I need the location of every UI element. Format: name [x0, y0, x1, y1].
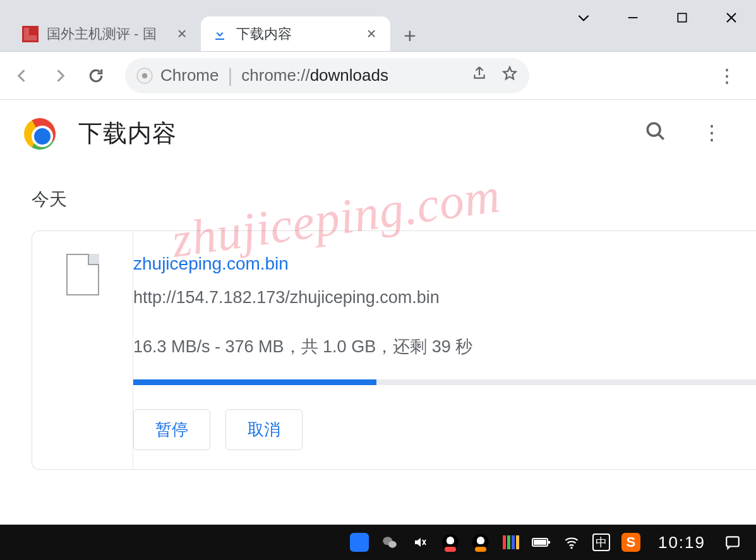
tab-inactive[interactable]: 国外主机测评 - 国 × [11, 16, 201, 51]
download-icon [211, 25, 229, 43]
wifi-icon[interactable] [562, 533, 581, 552]
chrome-logo-icon [24, 118, 56, 150]
tab-title: 下载内容 [236, 25, 356, 44]
cancel-button[interactable]: 取消 [225, 409, 303, 450]
forward-button[interactable] [43, 59, 76, 92]
maximize-button[interactable] [657, 0, 707, 35]
back-button[interactable] [6, 59, 39, 92]
wechat-tray-icon[interactable] [380, 533, 399, 552]
address-bar[interactable]: Chrome | chrome://downloads [125, 58, 529, 93]
ime-indicator[interactable]: 中 [592, 533, 610, 551]
chrome-icon [136, 68, 153, 84]
browser-menu-button[interactable]: ⋮ [711, 64, 743, 86]
window-controls [559, 0, 756, 35]
taskbar-clock[interactable]: 10:19 [658, 533, 705, 552]
date-heading: 今天 [32, 188, 756, 211]
new-tab-button[interactable]: + [394, 20, 426, 51]
svg-point-9 [570, 547, 572, 549]
download-progress-bar [133, 379, 376, 385]
bookmark-star-icon[interactable] [501, 65, 518, 86]
close-window-button[interactable] [707, 0, 756, 35]
qq-tray-icon-2[interactable] [471, 533, 490, 552]
tab-strip: 国外主机测评 - 国 × 下载内容 × + [0, 13, 426, 51]
svg-point-3 [647, 123, 660, 136]
chrome-scheme-chip: Chrome [136, 66, 219, 85]
tab-title: 国外主机测评 - 国 [47, 25, 167, 44]
more-menu-icon[interactable]: ⋮ [702, 121, 722, 147]
downloads-content: 今天 zhujiceping.com.bin http://154.7.182.… [0, 162, 756, 470]
omnibox-scheme-label: Chrome [160, 66, 219, 85]
download-status: 16.3 MB/s - 376 MB，共 1.0 GB，还剩 39 秒 [133, 335, 756, 358]
svg-point-5 [388, 541, 397, 548]
color-tray-icon[interactable] [501, 533, 520, 552]
downloads-header: 下载内容 ⋮ [0, 100, 756, 162]
tray-app-icon[interactable] [350, 533, 369, 552]
page-title: 下载内容 [78, 117, 177, 150]
minimize-button[interactable] [608, 0, 657, 35]
svg-rect-7 [548, 541, 550, 544]
download-item: zhujiceping.com.bin http://154.7.182.173… [32, 230, 756, 470]
close-tab-icon[interactable]: × [364, 24, 379, 44]
omnibox-url-prefix: chrome:// [241, 66, 309, 85]
sogou-ime-icon[interactable]: S [621, 533, 640, 552]
browser-titlebar: 国外主机测评 - 国 × 下载内容 × + [0, 0, 756, 52]
notifications-icon[interactable] [723, 533, 742, 552]
svg-rect-0 [678, 13, 686, 21]
svg-rect-10 [726, 537, 739, 546]
caret-down-icon[interactable] [559, 0, 608, 35]
pause-button[interactable]: 暂停 [133, 409, 210, 450]
volume-mute-icon[interactable] [411, 533, 429, 552]
omnibox-separator: | [227, 65, 232, 86]
browser-toolbar: Chrome | chrome://downloads ⋮ [0, 52, 756, 100]
reload-button[interactable] [80, 59, 112, 92]
favicon-site [21, 25, 39, 43]
svg-rect-8 [534, 540, 546, 545]
share-icon[interactable] [471, 65, 488, 86]
download-file-icon-area [32, 231, 133, 469]
battery-icon[interactable] [532, 533, 551, 552]
svg-point-2 [142, 73, 148, 78]
windows-taskbar: 中 S 10:19 [0, 525, 756, 560]
download-filename[interactable]: zhujiceping.com.bin [133, 254, 756, 274]
qq-tray-icon[interactable] [441, 533, 460, 552]
tab-active[interactable]: 下载内容 × [201, 16, 390, 51]
close-tab-icon[interactable]: × [174, 24, 189, 44]
omnibox-url-path: downloads [310, 66, 388, 85]
search-icon[interactable] [645, 121, 666, 147]
download-progress-track [133, 379, 756, 385]
omnibox-url: chrome://downloads [241, 66, 388, 85]
file-icon [66, 254, 99, 295]
download-source-url: http://154.7.182.173/zhujiceping.com.bin [133, 288, 756, 307]
